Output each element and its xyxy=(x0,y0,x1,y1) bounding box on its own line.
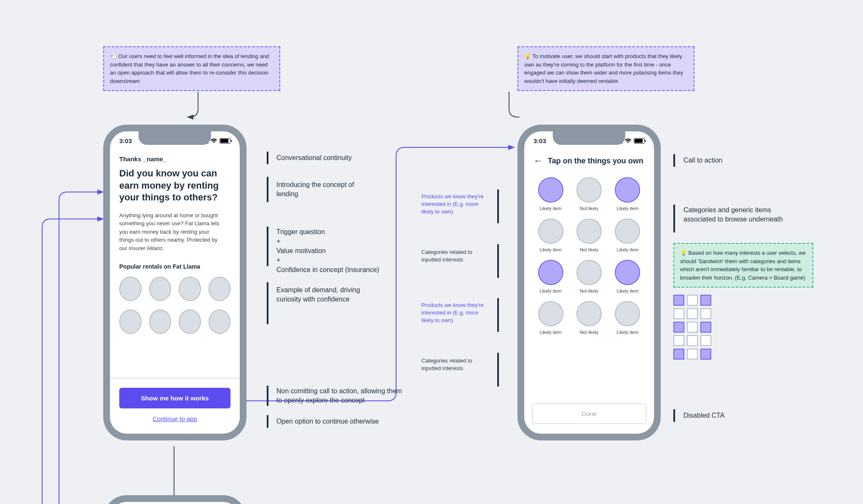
item-circle xyxy=(538,219,563,244)
pattern-swatch xyxy=(687,295,698,306)
annotation-continuity: Conversational continuity xyxy=(276,153,352,163)
battery-icon xyxy=(634,138,645,144)
item-label: Likely item xyxy=(611,330,645,335)
owned-item[interactable]: Likely item xyxy=(533,177,568,211)
owned-item[interactable]: Likely item xyxy=(533,219,568,252)
page-title: Tap on the things you own xyxy=(548,157,643,165)
item-circle xyxy=(538,177,563,203)
pattern-swatch xyxy=(687,308,698,319)
item-circle xyxy=(615,219,640,244)
item-label: Likely item xyxy=(533,206,568,211)
greeting-text: Thanks _name_ xyxy=(119,155,230,163)
annotation-bar xyxy=(267,152,268,164)
done-button-disabled[interactable]: Done xyxy=(532,403,646,424)
item-circle xyxy=(538,301,563,326)
annotation-trigger-block: Trigger question + Value motivation + Co… xyxy=(276,227,403,275)
pattern-swatch xyxy=(673,349,684,360)
annotation-demand-example: Example of demand, driving curiosity wit… xyxy=(276,285,382,304)
pattern-swatch xyxy=(673,308,684,319)
phone-frame-next-partial xyxy=(103,495,247,504)
section-popular-rentals: Popular rentals on Fat Llama xyxy=(119,263,230,270)
item-circle xyxy=(538,260,563,285)
page-headline: Did you know you can earn money by renti… xyxy=(119,168,230,204)
annotation-bar xyxy=(497,244,499,278)
owned-item[interactable]: Not likely xyxy=(572,219,606,252)
annotation-categories-browse: Categories and generic items associated … xyxy=(683,205,785,224)
phone-notch xyxy=(553,131,625,145)
show-how-it-works-button[interactable]: Show me how it works xyxy=(119,388,230,408)
item-circle xyxy=(576,219,602,244)
annotation-continue-option: Open option to continue otherwise xyxy=(276,417,403,426)
item-label: Likely item xyxy=(533,330,568,335)
owned-item[interactable]: Likely item xyxy=(611,301,645,335)
phone-notch xyxy=(139,131,211,145)
popular-row-1 xyxy=(119,277,230,301)
pattern-swatch xyxy=(673,335,684,346)
wifi-icon xyxy=(210,138,217,144)
owned-item[interactable]: Not likely xyxy=(572,301,606,335)
sticky-note-teal: 💡 Based on how many interests a user sel… xyxy=(673,243,813,288)
sticky-note-left: 🐑 Our users need to feel well informed i… xyxy=(103,46,280,91)
annotation-bar xyxy=(497,353,499,387)
annotation-lending-concept: Introducing the concept of lending xyxy=(276,180,378,199)
owned-item[interactable]: Likely item xyxy=(611,260,645,293)
status-time: 3:03 xyxy=(119,137,132,144)
item-label: Likely item xyxy=(533,247,568,252)
item-circle xyxy=(615,301,640,326)
pattern-swatch xyxy=(700,349,711,360)
pattern-swatch xyxy=(700,335,711,346)
annotation-categories-2: Categories related to inputted interests xyxy=(421,357,491,372)
item-label: Likely item xyxy=(533,288,568,293)
annotation-products-interested-1: Products we know they're interested in (… xyxy=(421,193,491,216)
annotation-disabled-cta: Disabled CTA xyxy=(683,411,725,420)
pattern-swatch xyxy=(700,295,711,306)
owned-item[interactable]: Likely item xyxy=(533,260,568,293)
sticky-note-right: 💡 To motivate user, we should start with… xyxy=(517,46,694,91)
owned-items-grid: Likely itemNot likelyLikely itemLikely i… xyxy=(533,177,645,335)
item-label: Not likely xyxy=(572,330,606,335)
annotation-bar xyxy=(267,386,268,406)
item-label: Likely item xyxy=(611,247,645,252)
wifi-icon xyxy=(624,138,632,144)
pattern-swatch-grid xyxy=(673,295,711,360)
item-circle xyxy=(576,260,602,285)
pattern-swatch xyxy=(673,295,684,306)
owned-item[interactable]: Not likely xyxy=(572,260,606,293)
annotation-products-interested-2: Products we know they're interested in (… xyxy=(421,301,491,325)
back-arrow-icon[interactable]: ← xyxy=(533,155,543,166)
annotation-bar xyxy=(673,409,675,422)
item-circle xyxy=(615,177,640,203)
status-time: 3:03 xyxy=(533,137,546,144)
item-label: Likely item xyxy=(611,288,645,293)
annotation-bar xyxy=(497,189,499,223)
annotation-cta: Call to action xyxy=(683,156,723,165)
owned-item[interactable]: Likely item xyxy=(611,219,645,252)
annotation-bar xyxy=(267,227,268,266)
owned-item[interactable]: Likely item xyxy=(533,301,568,335)
phone-frame-selection: 3:03 ← Tap on the things you own Likely … xyxy=(517,125,661,440)
item-circle xyxy=(576,301,602,326)
item-circle xyxy=(615,260,640,285)
pattern-swatch xyxy=(700,322,711,333)
popular-row-2 xyxy=(119,309,230,334)
item-label: Not likely xyxy=(572,206,606,211)
phone-frame-intro: 3:03 Thanks _name_ Did you know you can … xyxy=(103,125,247,440)
owned-item[interactable]: Not likely xyxy=(572,177,606,211)
continue-to-app-link[interactable]: Continue to app xyxy=(119,415,230,422)
annotation-bar xyxy=(497,298,499,332)
annotation-bar xyxy=(267,415,268,428)
annotation-noncommit-cta: Non comitting call to action, allowing t… xyxy=(276,387,407,405)
pattern-swatch xyxy=(687,335,698,346)
item-label: Not likely xyxy=(572,288,606,293)
item-circle xyxy=(576,177,602,203)
item-label: Likely item xyxy=(611,206,645,211)
pattern-swatch xyxy=(687,322,698,333)
owned-item[interactable]: Likely item xyxy=(611,177,645,211)
pattern-swatch xyxy=(700,308,711,319)
item-label: Not likely xyxy=(572,247,606,252)
pattern-swatch xyxy=(673,322,684,333)
annotation-bar xyxy=(267,177,268,202)
page-body: Anything lying around at home or bought … xyxy=(119,211,222,253)
annotation-categories-1: Categories related to inputted interests xyxy=(421,248,491,264)
pattern-swatch xyxy=(687,349,698,360)
